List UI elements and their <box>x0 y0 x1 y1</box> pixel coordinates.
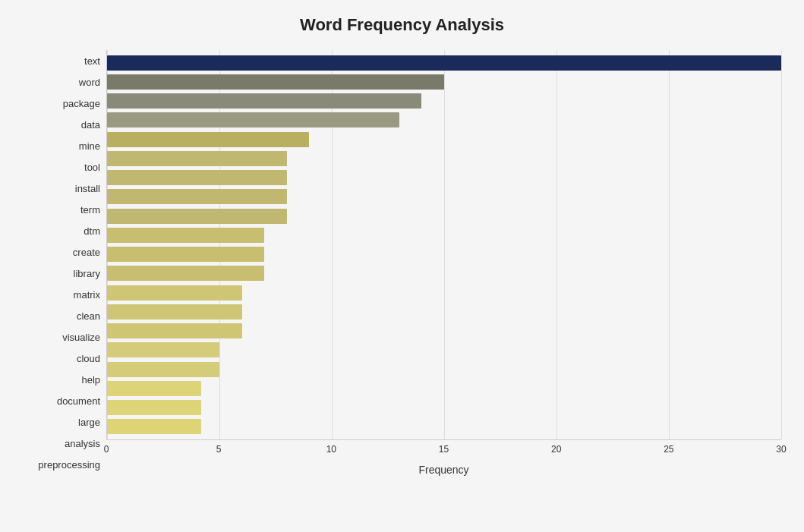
y-label: visualize <box>62 328 100 348</box>
y-label: text <box>84 51 100 71</box>
chart-title: Word Frequency Analysis <box>23 15 781 35</box>
bar <box>107 381 201 396</box>
bar <box>107 400 201 415</box>
bar <box>107 419 201 434</box>
y-label: cloud <box>77 349 100 369</box>
bar-row <box>107 130 781 149</box>
bar-row <box>107 149 781 168</box>
y-label: package <box>63 93 100 113</box>
x-tick-label: 5 <box>216 444 222 455</box>
y-label: create <box>73 242 100 262</box>
y-label: preprocessing <box>38 455 100 475</box>
y-label: tool <box>84 157 100 177</box>
chart-area: textwordpackagedataminetoolinstalltermdt… <box>23 50 781 476</box>
grid-line <box>781 50 782 439</box>
bar <box>107 362 219 377</box>
bar-row <box>107 341 781 360</box>
bar <box>107 228 264 243</box>
x-tick-label: 25 <box>664 444 673 455</box>
x-axis-labels: 051015202530 <box>106 440 781 459</box>
bar <box>107 151 287 166</box>
bar-row <box>107 111 781 130</box>
x-tick-label: 15 <box>439 444 449 455</box>
bars-and-xaxis: 051015202530 Frequency <box>106 50 781 476</box>
bar-row <box>107 92 781 111</box>
bar-row <box>107 245 781 264</box>
bars-panel <box>106 50 781 440</box>
y-label: large <box>78 413 100 433</box>
y-label: word <box>79 72 100 92</box>
bar-row <box>107 417 781 436</box>
chart-container: Word Frequency Analysis textwordpackaged… <box>0 0 804 532</box>
y-axis-labels: textwordpackagedataminetoolinstalltermdt… <box>23 50 106 476</box>
bar <box>107 304 242 320</box>
bar <box>107 132 309 147</box>
y-label: mine <box>79 136 100 156</box>
bars-wrapper <box>107 50 781 439</box>
bar <box>107 323 242 338</box>
y-label: help <box>81 370 100 390</box>
x-tick-label: 30 <box>776 444 786 455</box>
bar-row <box>107 225 781 244</box>
bar-row <box>107 302 781 321</box>
y-label: analysis <box>65 434 100 454</box>
y-label: install <box>75 178 100 198</box>
bar <box>107 209 287 224</box>
x-tick-label: 10 <box>326 444 336 455</box>
bar-row <box>107 379 781 398</box>
bar-row <box>107 206 781 225</box>
bar-row <box>107 360 781 379</box>
bar <box>107 170 287 185</box>
y-label: term <box>80 200 100 219</box>
bar-row <box>107 72 781 91</box>
x-tick-label: 20 <box>551 444 561 455</box>
bar <box>107 285 242 301</box>
bar-row <box>107 168 781 187</box>
bar-row <box>107 322 781 341</box>
bar <box>107 247 264 262</box>
y-label: library <box>74 263 100 283</box>
bar <box>107 93 421 109</box>
bar-row <box>107 53 781 72</box>
y-label: clean <box>77 307 100 326</box>
bar-row <box>107 187 781 206</box>
y-label: data <box>81 115 100 134</box>
x-axis-title: Frequency <box>106 459 781 476</box>
bar <box>107 55 781 71</box>
x-tick-label: 0 <box>104 444 109 455</box>
bar <box>107 266 264 281</box>
bar <box>107 74 444 90</box>
bar-row <box>107 283 781 302</box>
bar <box>107 342 219 357</box>
y-label: document <box>57 392 100 411</box>
bar <box>107 189 287 204</box>
y-label: dtm <box>84 221 100 241</box>
bar <box>107 112 399 127</box>
bar-row <box>107 264 781 283</box>
y-label: matrix <box>74 285 100 305</box>
bar-row <box>107 398 781 417</box>
